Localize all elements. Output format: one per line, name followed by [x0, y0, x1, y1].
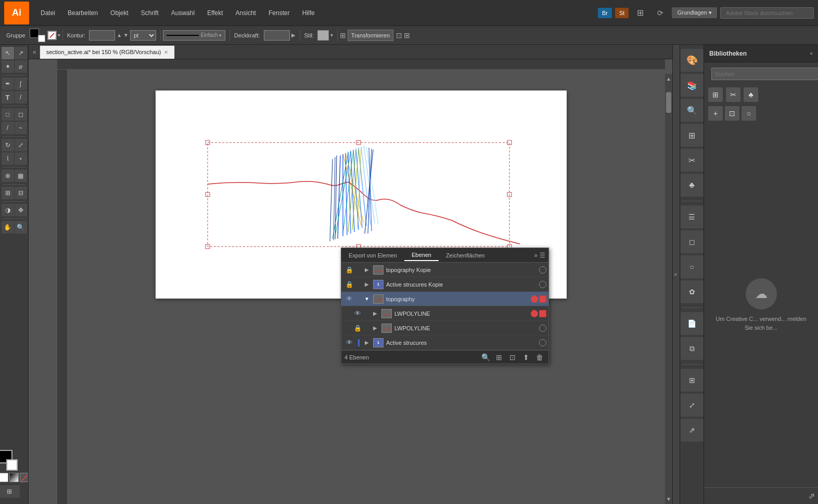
workspace-grid-button[interactable]: ⊞ — [632, 6, 649, 20]
layer-row-topography[interactable]: 👁 ▼ topography — [341, 292, 548, 306]
transform-grid-icon[interactable]: ⊞ — [340, 31, 346, 40]
layers-new-page-icon[interactable]: ⊞ — [493, 353, 505, 361]
menu-schrift[interactable]: Schrift — [136, 7, 164, 19]
document-tab[interactable]: section_active.ai* bei 150 % (RGB/Vorsch… — [40, 45, 175, 59]
layer-vis-active[interactable]: 👁 — [343, 339, 355, 346]
layers-more-icon[interactable]: » — [534, 252, 538, 259]
magic-wand-tool[interactable]: ✦ — [2, 60, 14, 73]
layers-menu-icon[interactable]: ☰ — [540, 252, 545, 259]
layer-target-5[interactable] — [539, 325, 546, 332]
bib-search-input[interactable] — [711, 68, 818, 80]
rectangle-tool[interactable]: □ — [2, 108, 14, 121]
color-wheel-btn[interactable]: 🎨 — [681, 49, 704, 72]
layers-move-up-icon[interactable]: ⬆ — [520, 353, 532, 361]
layer-lock-lwpoly-2[interactable]: 🔒 — [352, 325, 363, 332]
lasso-tool[interactable]: ⌀ — [15, 60, 27, 73]
layer-expand-btn-1[interactable]: ▶ — [362, 267, 372, 273]
search-btn-right[interactable]: 🔍 — [681, 99, 704, 122]
rotate-tool[interactable]: ↻ — [2, 139, 14, 151]
bib-collapse-btn[interactable]: « — [810, 50, 813, 56]
layer-tab-ebenen[interactable]: Ebenen — [404, 250, 439, 261]
artboard-tool[interactable]: ⊞ — [2, 187, 14, 199]
layer-tab-export[interactable]: Export von Elemen — [341, 250, 404, 261]
kontur-input[interactable] — [89, 30, 115, 41]
layer-target-6[interactable] — [539, 339, 546, 346]
transform-button[interactable]: Transformieren — [348, 30, 393, 41]
vertical-scrollbar[interactable]: ▲ ▼ — [665, 74, 672, 504]
panel-collapse-left[interactable]: « — [33, 48, 36, 56]
layer-row-active-strucures[interactable]: 👁 ▶ 1 Active strucures — [341, 335, 548, 350]
workspace-selector[interactable]: Grundlagen ▾ — [672, 7, 717, 18]
pen-tool[interactable]: ✒ — [2, 77, 14, 90]
stroke-selector[interactable]: ▾ — [47, 31, 60, 40]
tab-close-btn[interactable]: ✕ — [164, 49, 168, 55]
layers-duplicate-icon[interactable]: ⊡ — [507, 353, 518, 361]
layer-target-1[interactable] — [539, 266, 546, 274]
kontur-down-arrow[interactable]: ▼ — [123, 32, 129, 38]
bib-circle2-btn[interactable]: ○ — [742, 106, 756, 121]
tools-right-btn[interactable]: ✂ — [681, 149, 704, 172]
bib-share-btn[interactable]: ⇗ — [808, 491, 815, 501]
layer-row-topography-kopie[interactable]: 🔒 ▶ topography Kopie — [341, 263, 548, 277]
layer-vis-topography[interactable]: 👁 — [343, 295, 355, 303]
bridge-button[interactable]: Br — [598, 8, 612, 18]
smooth-tool[interactable]: ~ — [15, 122, 27, 134]
layer-lock-active-kopie[interactable]: 🔒 — [343, 281, 355, 288]
bib-clubs-btn[interactable]: ♣ — [744, 87, 758, 102]
bib-add-btn[interactable]: + — [708, 106, 723, 121]
layer-expand-btn-5[interactable]: ▶ — [370, 325, 380, 331]
gradient-tool[interactable]: ◑ — [2, 204, 14, 216]
layer-vis-lwpoly-1[interactable]: 👁 — [352, 309, 363, 317]
menu-fenster[interactable]: Fenster — [263, 7, 295, 19]
warp-tool[interactable]: ⌇ — [2, 152, 14, 165]
normal-mode-btn[interactable] — [0, 473, 8, 482]
menu-auswahl[interactable]: Auswahl — [166, 7, 200, 19]
grid-right-btn[interactable]: ⊞ — [681, 124, 704, 147]
layer-expand-btn-6[interactable]: ▶ — [362, 340, 372, 345]
menu-objekt[interactable]: Objekt — [105, 7, 134, 19]
layer-expand-btn-2[interactable]: ▶ — [362, 281, 372, 287]
align-btn-right[interactable]: ⊞ — [681, 369, 704, 392]
layer-target-3[interactable] — [531, 295, 538, 303]
sync-button[interactable]: ⟳ — [652, 7, 669, 19]
libraries-btn[interactable]: 📚 — [681, 74, 704, 97]
layer-expand-btn-3[interactable]: ▼ — [362, 296, 372, 302]
stroke-style-arrow[interactable]: ▾ — [219, 33, 222, 38]
zoom-tool[interactable]: 🔍 — [15, 221, 27, 234]
share-btn-right[interactable]: ⇗ — [681, 419, 704, 442]
layer-row-lwpoly-1[interactable]: 👁 ▶ LWPOLYLINE — [341, 306, 548, 321]
menu-datei[interactable]: Datei — [35, 7, 60, 19]
transform-btn-right[interactable]: ⤢ — [681, 394, 704, 417]
stroke-white-box[interactable] — [47, 31, 57, 40]
eraser-tool[interactable]: ◻ — [15, 108, 27, 121]
lines-btn[interactable]: ☰ — [681, 205, 704, 228]
menu-ansicht[interactable]: Ansicht — [231, 7, 261, 19]
width-tool[interactable]: ⋆ — [15, 152, 27, 165]
layers-trash-icon[interactable]: 🗑 — [534, 353, 545, 361]
column-graph-tool[interactable]: ▦ — [15, 170, 27, 182]
align-icon[interactable]: ⊡ — [396, 31, 402, 40]
distribute-icon[interactable]: ⊞ — [404, 31, 410, 40]
stock-btn[interactable]: St — [615, 8, 629, 18]
bib-grid-view-btn[interactable]: ⊞ — [708, 87, 723, 102]
text-tool[interactable]: T — [2, 91, 14, 104]
menu-hilfe[interactable]: Hilfe — [297, 7, 320, 19]
pencil-tool[interactable]: / — [2, 122, 14, 134]
copy-btn-right[interactable]: ⧉ — [681, 337, 704, 360]
direct-select-tool[interactable]: ↗ — [15, 47, 27, 59]
path-text-tool[interactable]: / — [15, 91, 27, 104]
gradient-mode-btn[interactable] — [9, 473, 19, 482]
opacity-input[interactable]: 100% — [264, 30, 290, 41]
layers-search-icon[interactable]: 🔍 — [480, 353, 491, 361]
opacity-arrow[interactable]: ▶ — [291, 32, 296, 38]
stock-search-input[interactable] — [720, 7, 814, 19]
right-collapse-panel[interactable]: » — [672, 45, 680, 504]
scroll-down-arrow[interactable]: ▼ — [666, 496, 671, 504]
fill-color-box[interactable] — [30, 29, 45, 42]
sun-btn[interactable]: ✿ — [681, 280, 704, 303]
layer-expand-btn-4[interactable]: ▶ — [370, 311, 380, 316]
slice-tool[interactable]: ⊟ — [15, 187, 27, 199]
menu-bearbeiten[interactable]: Bearbeiten — [62, 7, 103, 19]
symbol-sprayer-tool[interactable]: ⊕ — [2, 170, 14, 182]
hand-tool[interactable]: ✋ — [2, 221, 14, 234]
